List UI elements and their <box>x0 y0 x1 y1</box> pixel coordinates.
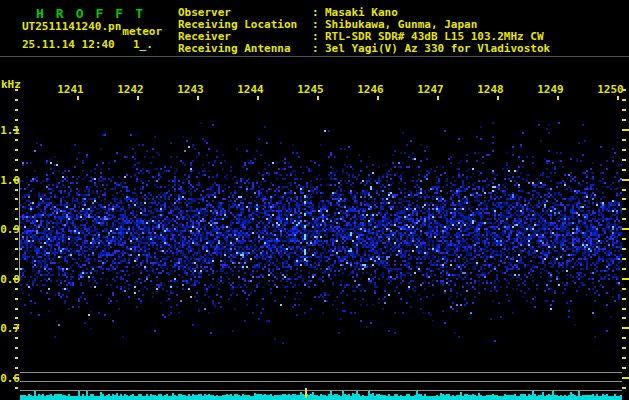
output-filename: UT2511141240.pn <box>22 20 121 33</box>
y-axis-major-tick-right <box>622 327 629 329</box>
y-axis-major-tick-right <box>622 129 629 131</box>
y-axis-minor-tick-right <box>622 238 626 240</box>
spectrogram-canvas <box>20 88 622 368</box>
y-axis-minor-tick-right <box>622 198 626 200</box>
y-axis-minor-tick-right <box>622 357 626 359</box>
station-info-row: Receiving Antenna:3el Yagi(V) Az 330 for… <box>178 43 550 55</box>
y-axis-minor-tick <box>15 99 18 101</box>
observation-tag: meteor <box>122 25 162 38</box>
level-strip-time-marker <box>305 388 307 398</box>
y-axis-minor-tick-right <box>622 149 626 151</box>
y-axis-minor-tick <box>15 317 18 319</box>
counter-indicator: 1_. <box>133 38 153 51</box>
y-axis-minor-tick-right <box>622 258 626 260</box>
y-axis-frequency-label: 1.1 <box>0 124 20 137</box>
station-field-colon: : <box>312 43 325 55</box>
y-axis-minor-tick <box>15 298 18 300</box>
y-axis-minor-tick <box>15 119 18 121</box>
y-axis-minor-tick-right <box>622 189 626 191</box>
y-axis-minor-tick <box>15 268 18 270</box>
station-field-value: 3el Yagi(V) Az 330 for Vladivostok <box>325 43 550 55</box>
y-axis-frequency-label: 1.0 <box>0 174 20 187</box>
y-axis-frequency-label: 0.8 <box>0 273 20 286</box>
y-axis-minor-tick-right <box>622 139 626 141</box>
y-axis-minor-tick-right <box>622 248 626 250</box>
y-axis-minor-tick-right <box>622 308 626 310</box>
y-axis-minor-tick <box>15 218 18 220</box>
y-axis-minor-tick-right <box>622 208 626 210</box>
y-axis-minor-tick <box>15 288 18 290</box>
y-axis-minor-tick-right <box>622 298 626 300</box>
y-axis-minor-tick-right <box>622 89 626 91</box>
y-axis-minor-tick <box>15 347 18 349</box>
header-divider <box>0 56 629 57</box>
y-axis-minor-tick <box>15 139 18 141</box>
y-axis-minor-tick-right <box>622 347 626 349</box>
app-title: HROFFT <box>36 6 155 21</box>
y-axis-minor-tick <box>15 258 18 260</box>
observation-datetime: 25.11.14 12:40 <box>22 38 115 51</box>
y-axis-minor-tick <box>15 208 18 210</box>
y-axis-minor-tick <box>15 198 18 200</box>
y-axis-minor-tick-right <box>622 367 626 369</box>
station-field-label: Receiving Antenna <box>178 43 312 55</box>
y-axis-minor-tick-right <box>622 119 626 121</box>
y-axis-minor-tick-right <box>622 337 626 339</box>
y-axis-minor-tick <box>15 357 18 359</box>
y-axis-major-tick-right <box>622 179 629 181</box>
station-info-table: Observer:Masaki KanoReceiving Location:S… <box>178 7 550 55</box>
y-axis-minor-tick-right <box>622 288 626 290</box>
band-edge-marker <box>19 178 20 281</box>
signal-level-strip <box>20 389 622 400</box>
y-axis-minor-tick <box>15 159 18 161</box>
y-axis-minor-tick <box>15 189 18 191</box>
y-axis-frequency-label: 0.7 <box>0 322 20 335</box>
y-axis-minor-tick-right <box>622 268 626 270</box>
y-axis-major-tick-right <box>622 377 629 379</box>
y-axis-minor-tick-right <box>622 99 626 101</box>
y-axis-minor-tick <box>15 387 18 389</box>
y-axis-minor-tick <box>15 109 18 111</box>
level-reference-line <box>20 372 622 373</box>
y-axis-minor-tick <box>15 169 18 171</box>
y-axis-minor-tick <box>15 248 18 250</box>
y-axis-minor-tick <box>15 238 18 240</box>
datetime-line: 25.11.14 12:40 1_. <box>22 38 115 51</box>
y-axis-minor-tick-right <box>622 159 626 161</box>
y-axis-minor-tick <box>15 89 18 91</box>
y-axis-minor-tick-right <box>622 169 626 171</box>
y-axis-minor-tick-right <box>622 317 626 319</box>
hrofft-output-image: HROFFT UT2511141240.pnmeteor 25.11.14 12… <box>0 0 629 400</box>
y-axis-major-tick-right <box>622 278 629 280</box>
y-axis-frequency-label: 0.9 <box>0 223 20 236</box>
y-axis-frequency-label: 0.6 <box>0 372 20 385</box>
y-axis-minor-tick <box>15 367 18 369</box>
filename-line: UT2511141240.pnmeteor <box>22 20 162 33</box>
y-axis-minor-tick <box>15 337 18 339</box>
y-axis-minor-tick-right <box>622 218 626 220</box>
y-axis-minor-tick-right <box>622 109 626 111</box>
y-axis-major-tick-right <box>622 228 629 230</box>
level-reference-line <box>20 381 622 382</box>
y-axis-minor-tick-right <box>622 387 626 389</box>
y-axis-minor-tick <box>15 149 18 151</box>
y-axis-minor-tick <box>15 308 18 310</box>
